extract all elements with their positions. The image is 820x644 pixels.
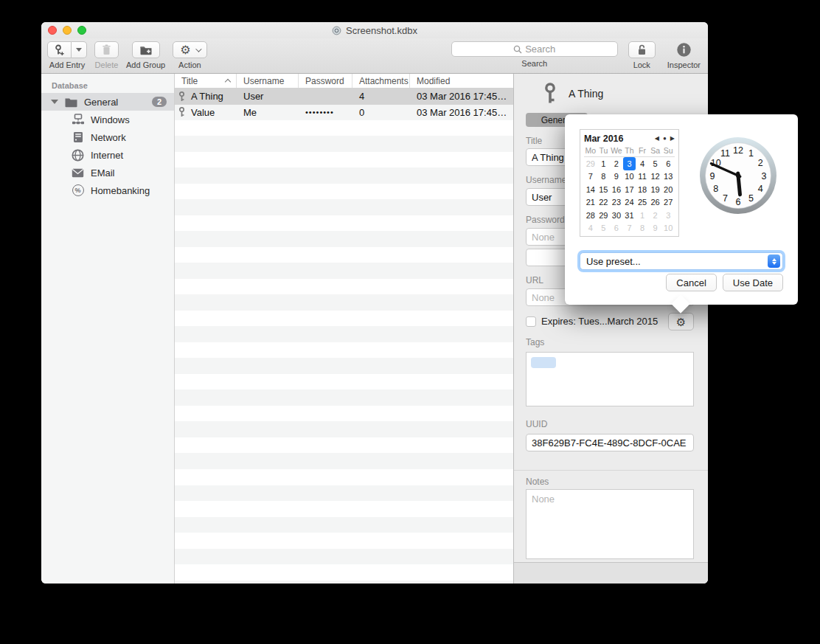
- table-header: Title Username Password Attachments Modi…: [175, 74, 513, 89]
- close-button[interactable]: [48, 26, 57, 35]
- analog-clock[interactable]: 123456789101112: [698, 135, 779, 216]
- calendar-day[interactable]: 20: [661, 183, 675, 196]
- calendar-day[interactable]: 19: [649, 183, 662, 196]
- calendar-day[interactable]: 7: [623, 222, 636, 235]
- table-body: A Thing User 4 03 Mar 2016 17:45…: [175, 89, 513, 584]
- column-header-password[interactable]: Password: [299, 74, 352, 88]
- action-label: Action: [178, 60, 201, 69]
- calendar-day[interactable]: 30: [610, 209, 623, 222]
- calendar-day[interactable]: 9: [649, 222, 662, 235]
- calendar-month-label: Mar 2016: [584, 134, 624, 144]
- lock-button[interactable]: [628, 41, 656, 58]
- calendar-day-selected[interactable]: 3: [623, 157, 636, 170]
- calendar-day[interactable]: 4: [636, 157, 649, 170]
- workgroup-icon: [71, 113, 85, 127]
- calendar-day[interactable]: 23: [610, 196, 623, 210]
- calendar-day[interactable]: 9: [610, 170, 623, 184]
- zoom-button[interactable]: [77, 26, 86, 35]
- calendar-day[interactable]: 22: [597, 196, 611, 210]
- sidebar-item-internet[interactable]: Internet: [41, 146, 174, 164]
- expires-date-picker-button[interactable]: ⚙: [668, 313, 694, 330]
- calendar-day[interactable]: 7: [584, 170, 597, 184]
- folder-icon: [64, 95, 78, 109]
- calendar-day[interactable]: 11: [636, 170, 649, 184]
- calendar-day[interactable]: 5: [649, 157, 662, 170]
- table-row[interactable]: Value Me •••••••• 0 03 Mar 2016 17:45…: [175, 105, 513, 121]
- search-toolbar-item: Search Search: [451, 41, 618, 68]
- add-entry-button[interactable]: [47, 41, 72, 58]
- action-button[interactable]: ⚙: [173, 41, 206, 58]
- sidebar-item-network[interactable]: Network: [41, 128, 174, 146]
- calendar-today-button[interactable]: ●: [663, 135, 667, 142]
- svg-text:9: 9: [710, 171, 715, 181]
- server-icon: [71, 131, 85, 145]
- search-input[interactable]: Search: [451, 41, 618, 57]
- entry-header: A Thing: [526, 83, 694, 105]
- calendar-day[interactable]: 12: [649, 170, 662, 184]
- inspector-button[interactable]: [676, 41, 692, 58]
- svg-text:6: 6: [736, 197, 741, 207]
- tags-box[interactable]: [526, 352, 694, 406]
- column-header-title[interactable]: Title: [175, 74, 237, 88]
- calendar-day[interactable]: 2: [649, 209, 662, 222]
- delete-button[interactable]: [94, 41, 119, 58]
- calendar-day[interactable]: 5: [597, 222, 611, 235]
- calendar-day[interactable]: 1: [597, 157, 611, 170]
- calendar-day[interactable]: 3: [661, 209, 675, 222]
- expires-checkbox[interactable]: [526, 316, 536, 327]
- calendar-day[interactable]: 15: [597, 183, 611, 196]
- calendar-day[interactable]: 10: [661, 222, 675, 235]
- tag-pill[interactable]: [531, 357, 556, 368]
- preset-select[interactable]: Use preset...: [580, 252, 783, 270]
- calendar-day[interactable]: 31: [623, 209, 636, 222]
- calendar-day[interactable]: 17: [623, 183, 636, 196]
- calendar-day[interactable]: 8: [597, 170, 611, 184]
- sidebar-item-email[interactable]: EMail: [41, 164, 174, 181]
- calendar-day[interactable]: 6: [661, 157, 675, 170]
- calendar-next-button[interactable]: ▶: [670, 135, 675, 142]
- column-header-username[interactable]: Username: [237, 74, 299, 88]
- calendar-day[interactable]: 6: [610, 222, 623, 235]
- add-entry-dropdown-button[interactable]: [72, 41, 87, 58]
- disclosure-triangle-icon[interactable]: [51, 100, 58, 104]
- calendar-weekday: Th: [623, 146, 636, 155]
- chevron-down-icon: [195, 46, 201, 52]
- calendar-day[interactable]: 24: [623, 196, 636, 210]
- calendar-day[interactable]: 1: [636, 209, 649, 222]
- calendar-day[interactable]: 26: [649, 196, 662, 210]
- calendar-day[interactable]: 8: [636, 222, 649, 235]
- calendar-day[interactable]: 21: [584, 196, 597, 210]
- calendar-day[interactable]: 29: [584, 157, 597, 170]
- calendar-day[interactable]: 25: [636, 196, 649, 210]
- column-header-attachments[interactable]: Attachments: [352, 74, 410, 88]
- calendar-day[interactable]: 28: [584, 209, 597, 222]
- calendar-day[interactable]: 27: [661, 196, 675, 210]
- sidebar-item-homebanking[interactable]: % Homebanking: [41, 181, 174, 199]
- svg-text:1: 1: [748, 148, 754, 159]
- calendar-day[interactable]: 13: [661, 170, 675, 184]
- calendar-prev-button[interactable]: ◀: [655, 135, 659, 142]
- sidebar-item-general[interactable]: General 2: [41, 93, 174, 111]
- sidebar-item-label: Homebanking: [91, 185, 150, 196]
- uuid-field[interactable]: [526, 434, 694, 451]
- calendar-day[interactable]: 29: [597, 209, 611, 222]
- sidebar-item-windows[interactable]: Windows: [41, 111, 174, 128]
- calendar-day[interactable]: 4: [584, 222, 597, 235]
- calendar: Mar 2016 ◀ ● ▶ MoTuWeThFrSaSu 2912345678…: [580, 129, 679, 237]
- calendar-day[interactable]: 14: [584, 183, 597, 196]
- calendar-day[interactable]: 2: [610, 157, 623, 170]
- column-header-modified[interactable]: Modified: [410, 74, 513, 88]
- table-row[interactable]: A Thing User 4 03 Mar 2016 17:45…: [175, 89, 513, 105]
- sidebar-item-label: Network: [91, 132, 126, 143]
- notes-field[interactable]: [526, 489, 694, 559]
- cancel-button[interactable]: Cancel: [666, 274, 716, 291]
- titlebar[interactable]: Screenshot.kdbx: [41, 22, 708, 38]
- calendar-day[interactable]: 18: [636, 183, 649, 196]
- use-date-button[interactable]: Use Date: [723, 274, 783, 291]
- calendar-day[interactable]: 10: [623, 170, 636, 184]
- sidebar-item-label: Internet: [91, 150, 123, 161]
- calendar-day[interactable]: 16: [610, 183, 623, 196]
- sidebar-item-label: Windows: [91, 114, 130, 125]
- minimize-button[interactable]: [63, 26, 72, 35]
- add-group-button[interactable]: [132, 41, 160, 58]
